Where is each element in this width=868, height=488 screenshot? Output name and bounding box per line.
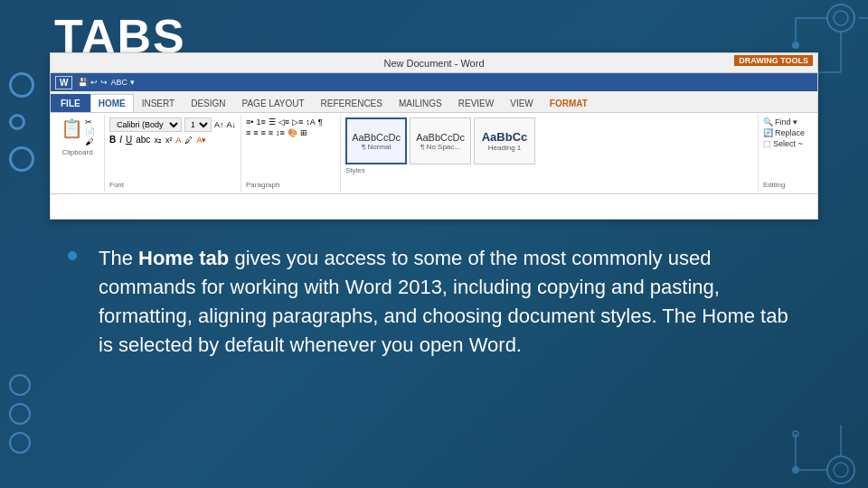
numbering-button[interactable]: 1≡ bbox=[256, 117, 265, 127]
qa-save: 💾 bbox=[78, 78, 88, 87]
para-top-row: ≡• 1≡ ☰ ◁≡ ▷≡ ↕A ¶ bbox=[246, 117, 335, 127]
font-color-button[interactable]: A bbox=[175, 136, 181, 145]
subscript-button[interactable]: x₂ bbox=[154, 136, 162, 145]
find-label: Find ▾ bbox=[775, 117, 797, 127]
clipboard-label: Clipboard bbox=[61, 148, 92, 156]
title-bar: New Document - Word DRAWING TOOLS bbox=[51, 53, 817, 73]
tab-insert[interactable]: INSERT bbox=[134, 94, 184, 112]
content-text: The Home tab gives you access to some of… bbox=[99, 244, 800, 360]
styles-group: AaBbCcDc ¶ Normal AaBbCcDc ¶ No Spac... … bbox=[341, 115, 759, 192]
style-heading1-preview: AaBbCc bbox=[482, 130, 528, 144]
tab-review[interactable]: REVIEW bbox=[450, 94, 502, 112]
font-group: Calibri (Body) 11 A↑ A↓ B I U abc x₂ x² … bbox=[105, 115, 241, 192]
sort-button[interactable]: ↕A bbox=[306, 117, 316, 127]
superscript-button[interactable]: x² bbox=[165, 136, 173, 145]
slide: TABS New Document - Word DRAWING TOOLS W… bbox=[0, 0, 868, 488]
tab-page-layout[interactable]: PAGE LAYOUT bbox=[234, 94, 313, 112]
font-label: Font bbox=[109, 181, 236, 189]
bottom-circle-1 bbox=[9, 374, 31, 396]
find-icon: 🔍 bbox=[763, 117, 773, 127]
justify[interactable]: ≡ bbox=[269, 128, 273, 137]
bullet-item: The Home tab gives you access to some of… bbox=[68, 244, 800, 360]
highlight-button[interactable]: 🖊 bbox=[184, 136, 193, 145]
bullet-point bbox=[68, 251, 77, 260]
word-ribbon-screenshot: New Document - Word DRAWING TOOLS W 💾 ↩ … bbox=[50, 52, 818, 220]
circle-decoration-3 bbox=[9, 146, 34, 172]
tab-home[interactable]: HOME bbox=[90, 94, 134, 112]
style-boxes: AaBbCcDc ¶ Normal AaBbCcDc ¶ No Spac... … bbox=[345, 117, 753, 164]
tab-design[interactable]: DESIGN bbox=[183, 94, 233, 112]
font-size-selector[interactable]: 11 bbox=[184, 117, 212, 132]
align-left[interactable]: ≡ bbox=[246, 128, 250, 137]
bullets-button[interactable]: ≡• bbox=[246, 117, 253, 127]
cut-button[interactable]: ✂ bbox=[85, 117, 95, 127]
font-color-2[interactable]: A▾ bbox=[196, 136, 206, 145]
select-button[interactable]: ⬚ Select ~ bbox=[763, 139, 813, 148]
replace-label: Replace bbox=[775, 128, 805, 137]
paste-button[interactable]: 📋 bbox=[61, 117, 83, 146]
window-title: New Document - Word bbox=[383, 58, 484, 69]
qa-undo: ↩ bbox=[90, 78, 98, 87]
tab-file[interactable]: FILE bbox=[51, 94, 90, 112]
replace-icon: 🔄 bbox=[763, 128, 773, 137]
tab-mailings[interactable]: MAILINGS bbox=[391, 94, 450, 112]
content-area: The Home tab gives you access to some of… bbox=[50, 230, 818, 470]
bold-button[interactable]: B bbox=[109, 135, 116, 145]
style-heading1[interactable]: AaBbCc Heading 1 bbox=[474, 117, 535, 164]
replace-button[interactable]: 🔄 Replace bbox=[763, 128, 813, 137]
borders-button[interactable]: ⊞ bbox=[300, 128, 307, 137]
align-right[interactable]: ≡ bbox=[261, 128, 266, 137]
svg-point-10 bbox=[834, 463, 848, 477]
select-label: Select ~ bbox=[773, 139, 803, 148]
font-family-selector[interactable]: Calibri (Body) bbox=[109, 117, 182, 132]
svg-point-9 bbox=[827, 456, 854, 483]
font-shrink-button[interactable]: A↓ bbox=[227, 120, 237, 129]
find-button[interactable]: 🔍 Find ▾ bbox=[763, 117, 813, 127]
paragraph-label: Paragraph bbox=[246, 181, 335, 189]
style-normal[interactable]: AaBbCcDc ¶ Normal bbox=[345, 117, 407, 164]
ribbon-content: 📋 ✂ 📄 🖌 Clipboard Calibri (Body) 1 bbox=[51, 113, 817, 194]
editing-group: 🔍 Find ▾ 🔄 Replace ⬚ Select ~ Editing bbox=[759, 115, 817, 192]
increase-indent[interactable]: ▷≡ bbox=[292, 117, 303, 127]
editing-label: Editing bbox=[763, 181, 813, 189]
shading-button[interactable]: 🎨 bbox=[288, 128, 297, 137]
copy-button[interactable]: 📄 bbox=[85, 127, 95, 136]
style-no-spacing-label: ¶ No Spac... bbox=[420, 143, 460, 151]
tab-format[interactable]: FORMAT bbox=[542, 94, 596, 112]
decrease-indent[interactable]: ◁≡ bbox=[278, 117, 289, 127]
bottom-circle-2 bbox=[9, 403, 31, 425]
clipboard-top-row: 📋 ✂ 📄 🖌 bbox=[61, 117, 95, 146]
style-normal-label: ¶ Normal bbox=[362, 143, 391, 151]
font-bottom-row: B I U abc x₂ x² A 🖊 A▾ bbox=[109, 135, 236, 145]
strikethrough-button[interactable]: abc bbox=[136, 135, 150, 145]
style-normal-preview: AaBbCcDc bbox=[352, 132, 401, 143]
clipboard-mini-btns: ✂ 📄 🖌 bbox=[85, 117, 95, 146]
svg-point-4 bbox=[792, 42, 799, 49]
left-decorations bbox=[9, 72, 34, 172]
bottom-left-decorations bbox=[9, 374, 31, 461]
font-grow-button[interactable]: A↑ bbox=[214, 120, 224, 129]
show-marks[interactable]: ¶ bbox=[318, 117, 323, 127]
tab-bar: FILE HOME INSERT DESIGN PAGE LAYOUT REFE… bbox=[51, 91, 817, 113]
style-no-spacing[interactable]: AaBbCcDc ¶ No Spac... bbox=[410, 117, 471, 164]
paragraph-group: ≡• 1≡ ☰ ◁≡ ▷≡ ↕A ¶ ≡ ≡ ≡ ≡ ↕≡ 🎨 ⊞ bbox=[241, 115, 341, 192]
drawing-tools-badge: DRAWING TOOLS bbox=[734, 55, 813, 66]
tab-view[interactable]: VIEW bbox=[502, 94, 542, 112]
text-prefix: The bbox=[99, 247, 138, 269]
underline-button[interactable]: U bbox=[126, 135, 132, 145]
clipboard-group: 📋 ✂ 📄 🖌 Clipboard bbox=[51, 115, 105, 192]
svg-point-0 bbox=[827, 5, 854, 32]
styles-label: Styles bbox=[345, 166, 753, 174]
text-bold: Home tab bbox=[138, 247, 229, 269]
style-no-spacing-preview: AaBbCcDc bbox=[416, 132, 465, 143]
quick-access-toolbar: W 💾 ↩ ↪ ABC ▾ bbox=[51, 73, 817, 91]
tab-references[interactable]: REFERENCES bbox=[313, 94, 391, 112]
select-icon: ⬚ bbox=[763, 139, 771, 148]
line-spacing[interactable]: ↕≡ bbox=[276, 128, 285, 137]
qa-redo: ↪ bbox=[100, 78, 108, 87]
align-center[interactable]: ≡ bbox=[253, 128, 258, 137]
multilevel-button[interactable]: ☰ bbox=[269, 117, 276, 127]
format-painter-button[interactable]: 🖌 bbox=[85, 137, 95, 146]
italic-button[interactable]: I bbox=[119, 135, 122, 145]
qa-more: ▾ bbox=[130, 78, 135, 87]
